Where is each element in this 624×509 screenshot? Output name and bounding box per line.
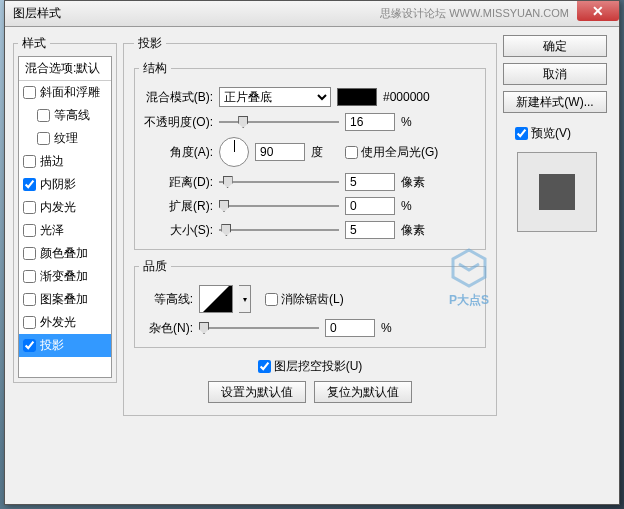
style-item[interactable]: 内发光 xyxy=(19,196,111,219)
style-item[interactable]: 内阴影 xyxy=(19,173,111,196)
style-item[interactable]: 等高线 xyxy=(19,104,111,127)
style-checkbox[interactable] xyxy=(23,155,36,168)
blend-options-header[interactable]: 混合选项:默认 xyxy=(19,57,111,81)
opacity-unit: % xyxy=(401,115,429,129)
style-label: 等高线 xyxy=(54,107,90,124)
style-item[interactable]: 渐变叠加 xyxy=(19,265,111,288)
new-style-button[interactable]: 新建样式(W)... xyxy=(503,91,607,113)
style-item[interactable]: 纹理 xyxy=(19,127,111,150)
style-checkbox[interactable] xyxy=(37,132,50,145)
style-checkbox[interactable] xyxy=(23,86,36,99)
preview-box xyxy=(517,152,597,232)
titlebar[interactable]: 图层样式 思缘设计论坛 WWW.MISSYUAN.COM ✕ xyxy=(5,1,619,27)
style-checkbox[interactable] xyxy=(23,339,36,352)
noise-slider[interactable] xyxy=(199,319,319,337)
angle-unit: 度 xyxy=(311,144,339,161)
angle-dial[interactable] xyxy=(219,137,249,167)
opacity-label: 不透明度(O): xyxy=(139,114,213,131)
spread-input[interactable] xyxy=(345,197,395,215)
style-label: 内发光 xyxy=(40,199,76,216)
style-item[interactable]: 外发光 xyxy=(19,311,111,334)
structure-legend: 结构 xyxy=(139,60,171,77)
opacity-slider[interactable] xyxy=(219,113,339,131)
style-checkbox[interactable] xyxy=(23,270,36,283)
contour-picker[interactable] xyxy=(199,285,233,313)
style-label: 描边 xyxy=(40,153,64,170)
style-checkbox[interactable] xyxy=(23,293,36,306)
style-label: 图案叠加 xyxy=(40,291,88,308)
reset-default-button[interactable]: 复位为默认值 xyxy=(314,381,412,403)
close-button[interactable]: ✕ xyxy=(577,1,619,21)
style-label: 光泽 xyxy=(40,222,64,239)
ok-button[interactable]: 确定 xyxy=(503,35,607,57)
style-checkbox[interactable] xyxy=(37,109,50,122)
preview-swatch xyxy=(539,174,575,210)
style-item[interactable]: 描边 xyxy=(19,150,111,173)
blend-mode-select[interactable]: 正片叠底 xyxy=(219,87,331,107)
global-light-check[interactable]: 使用全局光(G) xyxy=(345,144,438,161)
preview-check[interactable]: 预览(V) xyxy=(515,125,611,142)
distance-slider[interactable] xyxy=(219,173,339,191)
distance-label: 距离(D): xyxy=(139,174,213,191)
style-label: 纹理 xyxy=(54,130,78,147)
style-list[interactable]: 混合选项:默认 斜面和浮雕等高线纹理描边内阴影内发光光泽颜色叠加渐变叠加图案叠加… xyxy=(18,56,112,378)
global-light-checkbox[interactable] xyxy=(345,146,358,159)
style-label: 颜色叠加 xyxy=(40,245,88,262)
opacity-input[interactable] xyxy=(345,113,395,131)
noise-input[interactable] xyxy=(325,319,375,337)
forum-text: 思缘设计论坛 WWW.MISSYUAN.COM xyxy=(380,6,569,21)
style-item[interactable]: 颜色叠加 xyxy=(19,242,111,265)
noise-unit: % xyxy=(381,321,409,335)
layer-style-dialog: 图层样式 思缘设计论坛 WWW.MISSYUAN.COM ✕ 样式 混合选项:默… xyxy=(4,0,620,505)
preview-checkbox[interactable] xyxy=(515,127,528,140)
style-checkbox[interactable] xyxy=(23,224,36,237)
contour-label: 等高线: xyxy=(139,291,193,308)
spread-slider[interactable] xyxy=(219,197,339,215)
right-panel: 确定 取消 新建样式(W)... 预览(V) xyxy=(503,35,611,496)
knockout-checkbox[interactable] xyxy=(258,360,271,373)
style-item[interactable]: 光泽 xyxy=(19,219,111,242)
style-checkbox[interactable] xyxy=(23,178,36,191)
structure-fieldset: 结构 混合模式(B): 正片叠底 #000000 不透明度(O): % xyxy=(134,60,486,250)
cancel-button[interactable]: 取消 xyxy=(503,63,607,85)
size-unit: 像素 xyxy=(401,222,429,239)
size-input[interactable] xyxy=(345,221,395,239)
angle-input[interactable] xyxy=(255,143,305,161)
contour-dropdown[interactable]: ▾ xyxy=(239,285,251,313)
style-label: 斜面和浮雕 xyxy=(40,84,100,101)
window-title: 图层样式 xyxy=(9,5,61,22)
quality-legend: 品质 xyxy=(139,258,171,275)
styles-fieldset: 样式 混合选项:默认 斜面和浮雕等高线纹理描边内阴影内发光光泽颜色叠加渐变叠加图… xyxy=(13,35,117,383)
size-slider[interactable] xyxy=(219,221,339,239)
knockout-check[interactable]: 图层挖空投影(U) xyxy=(258,358,363,375)
style-checkbox[interactable] xyxy=(23,247,36,260)
style-checkbox[interactable] xyxy=(23,316,36,329)
style-label: 投影 xyxy=(40,337,64,354)
set-default-button[interactable]: 设置为默认值 xyxy=(208,381,306,403)
styles-panel: 样式 混合选项:默认 斜面和浮雕等高线纹理描边内阴影内发光光泽颜色叠加渐变叠加图… xyxy=(13,35,117,496)
noise-label: 杂色(N): xyxy=(139,320,193,337)
blend-mode-label: 混合模式(B): xyxy=(139,89,213,106)
effect-title: 投影 xyxy=(134,35,166,52)
style-item[interactable]: 投影 xyxy=(19,334,111,357)
antialias-check[interactable]: 消除锯齿(L) xyxy=(265,291,344,308)
styles-legend: 样式 xyxy=(18,35,50,52)
color-hex: #000000 xyxy=(383,90,430,104)
main-panel: 投影 结构 混合模式(B): 正片叠底 #000000 不透明度(O): % xyxy=(123,35,497,496)
angle-label: 角度(A): xyxy=(139,144,213,161)
style-label: 外发光 xyxy=(40,314,76,331)
style-checkbox[interactable] xyxy=(23,201,36,214)
style-item[interactable]: 斜面和浮雕 xyxy=(19,81,111,104)
quality-fieldset: 品质 等高线: ▾ 消除锯齿(L) 杂色(N): xyxy=(134,258,486,348)
effect-fieldset: 投影 结构 混合模式(B): 正片叠底 #000000 不透明度(O): % xyxy=(123,35,497,416)
style-label: 内阴影 xyxy=(40,176,76,193)
distance-input[interactable] xyxy=(345,173,395,191)
distance-unit: 像素 xyxy=(401,174,429,191)
color-swatch[interactable] xyxy=(337,88,377,106)
spread-unit: % xyxy=(401,199,429,213)
style-item[interactable]: 图案叠加 xyxy=(19,288,111,311)
size-label: 大小(S): xyxy=(139,222,213,239)
style-label: 渐变叠加 xyxy=(40,268,88,285)
spread-label: 扩展(R): xyxy=(139,198,213,215)
antialias-checkbox[interactable] xyxy=(265,293,278,306)
